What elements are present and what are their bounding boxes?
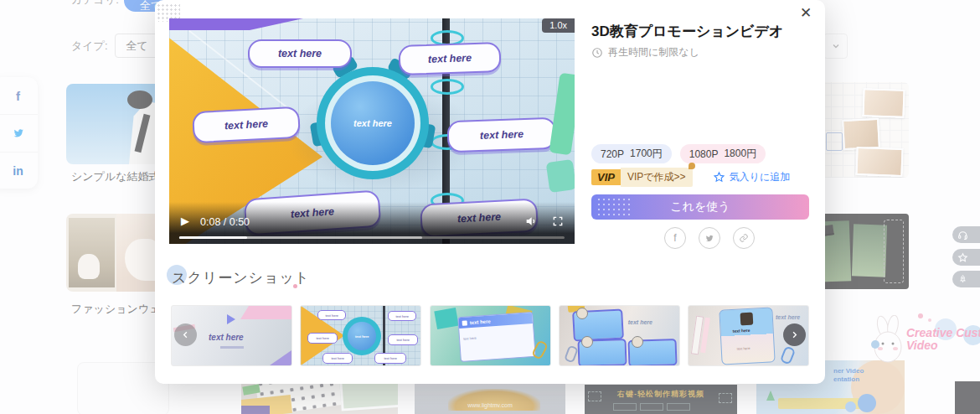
thumb-text: text here — [395, 314, 409, 318]
share-copylink-circle[interactable] — [733, 227, 755, 249]
avatar — [581, 336, 593, 348]
leaf-decoration — [689, 163, 695, 169]
mini-pill: text here — [388, 334, 418, 345]
video-controls-bar: ▶ 0:08 / 0:50 — [169, 202, 575, 244]
vip-create-link[interactable]: VIPで作成>> — [621, 168, 693, 187]
price-1080-resolution: 1080P — [689, 148, 719, 160]
thumb-text: text here — [776, 314, 800, 320]
duration-row: 再生時間に制限なし — [591, 45, 699, 60]
link-icon — [739, 233, 749, 243]
mini-pill: text here — [322, 353, 353, 364]
mini-circle-inner: text here — [348, 322, 376, 350]
use-this-button[interactable]: これを使う — [591, 194, 809, 220]
profile-big-card: text here text here — [719, 307, 775, 365]
pill-text: text here — [224, 118, 269, 132]
facebook-icon: f — [673, 232, 676, 244]
binding-ring — [431, 79, 464, 95]
share-twitter-circle[interactable] — [699, 227, 720, 249]
play-triangle-deco — [227, 314, 235, 324]
thumb-text: text here — [732, 328, 750, 334]
played-progress — [179, 236, 247, 239]
video-detail-modal: ✕ text here text here text here text her… — [155, 0, 825, 384]
thumb-text: text here — [628, 319, 652, 325]
thumb-text: text here — [209, 333, 244, 342]
duration-note: 再生時間に制限なし — [608, 45, 699, 60]
mint-chip-deco — [546, 159, 575, 193]
chevron-left-icon — [181, 330, 190, 339]
screen: カテゴリ: 全て タイプ: 全て f in シンプルな結婚式の ファッションウェ… — [0, 0, 980, 414]
pill-text: text here — [278, 48, 322, 60]
thumb-text: text here — [355, 334, 369, 339]
text-placeholder-pill: text here — [446, 117, 556, 153]
time-display: 0:08 / 0:50 — [200, 216, 250, 228]
play-icon[interactable]: ▶ — [181, 215, 189, 227]
thumb-text: text here — [737, 346, 750, 351]
purple-paper-deco — [169, 18, 303, 30]
volume-icon[interactable] — [524, 215, 538, 228]
modal-share-row: f — [664, 227, 755, 249]
pill-text: text here — [480, 128, 524, 142]
progress-bar[interactable] — [179, 236, 565, 239]
thumb-text: text here — [325, 313, 338, 318]
text-placeholder-pill: text here — [192, 106, 301, 144]
thumb-text: text here — [316, 336, 329, 340]
twitter-icon — [704, 234, 714, 243]
mini-pill: text here — [307, 333, 338, 344]
mini-window-icon — [462, 320, 467, 325]
price-720-resolution: 720P — [601, 148, 624, 160]
mini-pill: text here — [388, 311, 416, 321]
screenshot-thumb-4[interactable]: text here — [559, 305, 680, 366]
text-placeholder-pill: text here — [398, 42, 501, 75]
carousel-prev-button[interactable] — [174, 323, 197, 346]
playback-speed-badge: 1.0x — [542, 18, 575, 33]
clock-icon — [591, 47, 603, 59]
paperclip — [564, 345, 579, 364]
price-1080-amount: 1800円 — [724, 147, 756, 161]
mini-window: text here text here — [457, 312, 536, 362]
chevron-right-icon — [790, 330, 799, 339]
video-title: 3D教育プロモーションビデオ — [591, 22, 783, 41]
vip-create-label: VIPで作成>> — [627, 171, 686, 183]
circle-placeholder-text: text here — [353, 118, 392, 128]
heading-dot-deco — [293, 284, 297, 288]
screenshot-thumb-2[interactable]: text here text here text here text here … — [300, 305, 421, 366]
share-facebook-circle[interactable]: f — [664, 227, 686, 249]
add-favorite-button[interactable]: 気入りに追加 — [713, 170, 791, 184]
avatar — [576, 308, 588, 319]
teal-paper — [434, 308, 458, 329]
vip-badge[interactable]: VIP — [591, 169, 621, 185]
screenshots-heading: スクリーンショット — [172, 268, 310, 287]
fullscreen-icon[interactable] — [552, 215, 564, 227]
screenshots-carousel: text here text here text here text here … — [171, 305, 809, 366]
pink-streak — [240, 306, 292, 319]
price-chip-1080: 1080P 1800円 — [680, 144, 766, 163]
screenshot-thumb-3[interactable]: text here text here — [430, 305, 551, 366]
pill-text: text here — [428, 52, 472, 65]
thumb-text: text here — [396, 338, 410, 342]
paperclip — [780, 345, 797, 365]
thumb-text: text here — [469, 318, 490, 325]
mini-pill: text here — [317, 310, 346, 320]
thumb-text: text here — [331, 356, 344, 360]
mini-window-titlebar: text here — [458, 313, 533, 329]
purple-corner — [270, 350, 291, 365]
modal-close-button[interactable]: ✕ — [800, 5, 812, 22]
thumb-text: text here — [462, 336, 476, 341]
price-720-amount: 1700円 — [630, 147, 663, 161]
avatar — [632, 336, 643, 348]
video-player[interactable]: text here text here text here text here … — [169, 18, 575, 244]
infographic-circle-center: text here — [331, 81, 415, 165]
add-favorite-label: 気入りに追加 — [730, 170, 791, 184]
thumb-text: text here — [384, 356, 397, 360]
vip-row: VIP VIPで作成>> 気入りに追加 — [591, 168, 790, 186]
carousel-next-button[interactable] — [783, 323, 806, 346]
mini-pill: text here — [374, 353, 406, 364]
favorite-star-icon — [713, 171, 725, 184]
pricing-badges: 720P 1700円 1080P 1800円 — [591, 144, 766, 163]
green-chip-deco — [549, 73, 575, 156]
text-placeholder-pill: text here — [248, 39, 352, 68]
price-chip-720: 720P 1700円 — [591, 144, 672, 163]
subtitle-line — [220, 346, 244, 349]
avatar-photo — [740, 313, 754, 326]
use-this-label: これを使う — [670, 199, 730, 215]
